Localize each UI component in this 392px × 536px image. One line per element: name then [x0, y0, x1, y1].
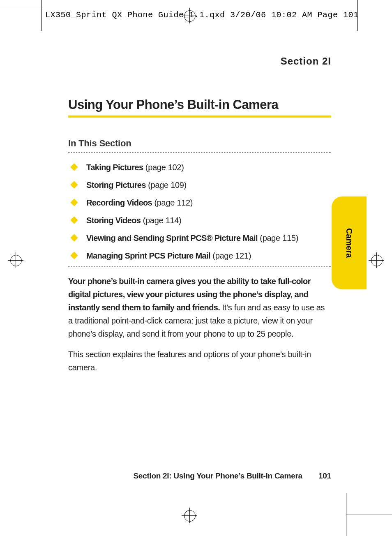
- registration-mark-icon: [8, 252, 23, 268]
- toc-item-title: Recording Videos: [86, 198, 152, 207]
- toc-item-title: Storing Videos: [86, 216, 141, 225]
- toc-item: Taking Pictures (page 102): [68, 159, 331, 176]
- side-tab-label: Camera: [344, 228, 354, 258]
- toc-item: Managing Sprint PCS Picture Mail (page 1…: [68, 247, 331, 265]
- crop-mark-line: [346, 493, 346, 536]
- toc-item-title: Viewing and Sending Sprint PCS® Picture …: [86, 233, 258, 243]
- toc-item: Storing Pictures (page 109): [68, 176, 331, 194]
- intro-paragraph-1: Your phone’s built-in camera gives you t…: [68, 275, 331, 340]
- toc-item-title: Taking Pictures: [86, 163, 143, 172]
- diamond-bullet-icon: [70, 163, 78, 171]
- toc-item-page: (page 102): [145, 163, 184, 172]
- dotted-divider: [68, 152, 331, 153]
- toc-item: Storing Videos (page 114): [68, 212, 331, 229]
- side-tab-camera: Camera: [332, 196, 367, 289]
- section-label: Section 2I: [68, 55, 331, 67]
- page-body: Section 2I Using Your Phone’s Built-in C…: [68, 55, 331, 374]
- toc-item: Recording Videos (page 112): [68, 194, 331, 212]
- print-slug-line: LX350_Sprint QX Phone Guide_1.1.qxd 3/20…: [45, 10, 371, 20]
- page-footer: Section 2I: Using Your Phone’s Built-in …: [68, 471, 331, 481]
- registration-mark-icon: [369, 252, 384, 268]
- toc-item-title: Storing Pictures: [86, 180, 146, 189]
- page-title: Using Your Phone’s Built-in Camera: [68, 97, 331, 118]
- toc-item-page: (page 115): [260, 233, 298, 243]
- crop-mark-line: [346, 515, 392, 515]
- diamond-bullet-icon: [70, 234, 78, 241]
- footer-section-title: Section 2I: Using Your Phone’s Built-in …: [133, 471, 302, 480]
- diamond-bullet-icon: [70, 199, 78, 206]
- registration-mark-icon: [182, 508, 197, 523]
- toc-item-page: (page 114): [143, 216, 182, 225]
- toc-item-title: Managing Sprint PCS Picture Mail: [86, 251, 210, 260]
- diamond-bullet-icon: [70, 181, 78, 188]
- intro-paragraph-2: This section explains the features and o…: [68, 348, 331, 374]
- diamond-bullet-icon: [70, 216, 78, 224]
- toc-item: Viewing and Sending Sprint PCS® Picture …: [68, 229, 331, 247]
- diamond-bullet-icon: [70, 252, 78, 259]
- dotted-divider: [68, 266, 331, 267]
- crop-mark-line: [41, 0, 42, 31]
- in-this-section-heading: In This Section: [68, 138, 331, 150]
- footer-page-number: 101: [318, 471, 331, 480]
- toc-item-page: (page 121): [212, 251, 251, 260]
- toc-item-page: (page 109): [148, 180, 187, 189]
- toc-item-page: (page 112): [154, 198, 193, 207]
- toc-list: Taking Pictures (page 102) Storing Pictu…: [68, 159, 331, 265]
- crop-mark-line: [0, 8, 41, 8]
